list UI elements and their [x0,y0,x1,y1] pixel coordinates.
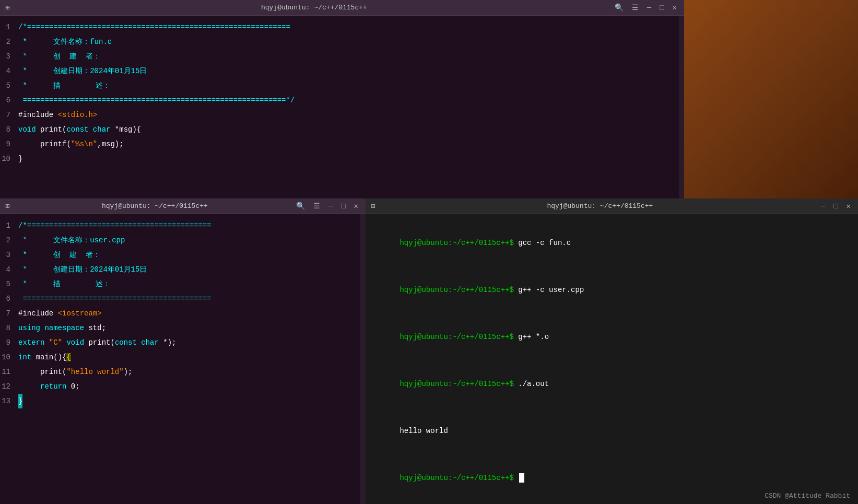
bl-code-line-2: 2 * 文件名称：user.cpp [0,233,366,248]
search-icon-top[interactable]: 🔍 [613,2,626,13]
watermark: CSDN @Attitude Rabbit [765,492,850,500]
maximize-icon-terminal[interactable]: □ [831,201,840,212]
code-line-10: 10 } [0,151,684,166]
minimize-icon-bottom-left[interactable]: ─ [326,201,335,212]
close-icon-bottom-left[interactable]: ✕ [352,201,360,212]
close-icon-terminal[interactable]: ✕ [844,201,853,212]
bl-code-line-11: 11 print("hello world"); [0,365,366,379]
code-line-8: 8 void print(const char *msg){ [0,122,684,137]
bl-scrollbar[interactable] [360,214,366,504]
bl-code-line-7: 7 #include <iostream> [0,306,366,321]
code-line-1: 1 /*====================================… [0,20,684,34]
term-line-4: hqyj@ubuntu:~/c++/0115c++$ ./a.out [373,360,850,407]
terminal-icon-top: ⊞ [5,3,16,12]
term-line-1: hqyj@ubuntu:~/c++/0115c++$ gcc -c fun.c [373,219,850,266]
top-controls[interactable]: 🔍 ☰ ─ □ ✕ [613,2,679,13]
code-line-4: 4 * 创建日期：2024年01月15日 [0,64,684,78]
bl-code-line-13: 13 } [0,394,366,408]
bl-code-line-9: 9 extern "C" void print(const char *); [0,335,366,350]
bottom-left-code-area: 1 /*====================================… [0,214,366,504]
close-icon-top[interactable]: ✕ [671,2,679,13]
bl-code-line-5: 5 * 描 述： [0,277,366,291]
bl-code-line-4: 4 * 创建日期：2024年01月15日 [0,262,366,277]
code-line-6: 6 ======================================… [0,93,684,108]
bl-code-line-10: 10 int main(){{ [0,350,366,365]
top-title: hqyj@ubuntu: ~/c++/0115c++ [16,4,613,11]
bl-code-line-1: 1 /*====================================… [0,218,366,233]
minimize-icon-top[interactable]: ─ [645,3,653,13]
terminal-title: hqyj@ubuntu: ~/c++/0115c++ [381,202,819,210]
bl-code-line-6: 6 ======================================… [0,291,366,306]
bl-code-line-12: 12 return 0; [0,379,366,394]
top-title-bar: ⊞ hqyj@ubuntu: ~/c++/0115c++ 🔍 ☰ ─ □ ✕ [0,0,684,16]
term-output-line: hello world [373,407,850,454]
code-line-3: 3 * 创 建 者： [0,49,684,64]
terminal-pane-icon: ⊞ [371,202,381,210]
term-line-2: hqyj@ubuntu:~/c++/0115c++$ g++ -c user.c… [373,266,850,313]
maximize-icon-top[interactable]: □ [657,3,666,13]
bottom-left-title-bar: ⊞ hqyj@ubuntu: ~/c++/0115c++ 🔍 ☰ ─ □ ✕ [0,198,366,214]
bl-code-line-8: 8 using namespace std; [0,321,366,335]
code-line-7: 7 #include <stdio.h> [0,108,684,122]
terminal-controls[interactable]: ─ □ ✕ [819,201,853,212]
bottom-left-title: hqyj@ubuntu: ~/c++/0115c++ [16,202,294,210]
maximize-icon-bottom-left[interactable]: □ [339,201,347,212]
terminal-pane[interactable]: ⊞ hqyj@ubuntu: ~/c++/0115c++ ─ □ ✕ hqyj@… [366,198,858,504]
bottom-left-editor-pane: ⊞ hqyj@ubuntu: ~/c++/0115c++ 🔍 ☰ ─ □ ✕ 1… [0,198,366,504]
terminal-icon-bottom-left: ⊞ [5,202,16,210]
bottom-left-controls[interactable]: 🔍 ☰ ─ □ ✕ [294,201,360,212]
terminal-cursor [519,473,524,483]
top-code-area: 1 /*====================================… [0,16,684,198]
code-line-2: 2 * 文件名称：fun.c [0,34,684,49]
term-line-3: hqyj@ubuntu:~/c++/0115c++$ g++ *.o [373,313,850,360]
code-line-9: 9 printf("%s\n",msg); [0,137,684,151]
code-line-5: 5 * 描 述： [0,78,684,93]
top-editor-pane: ⊞ hqyj@ubuntu: ~/c++/0115c++ 🔍 ☰ ─ □ ✕ 1… [0,0,684,198]
right-decoration [684,0,858,198]
terminal-content[interactable]: hqyj@ubuntu:~/c++/0115c++$ gcc -c fun.c … [366,214,858,504]
terminal-title-bar: ⊞ hqyj@ubuntu: ~/c++/0115c++ ─ □ ✕ [366,198,858,214]
minimize-icon-terminal[interactable]: ─ [819,201,827,212]
top-scrollbar[interactable] [679,16,684,198]
search-icon-bottom-left[interactable]: 🔍 [294,201,307,212]
menu-icon-top[interactable]: ☰ [630,2,641,13]
bl-code-line-3: 3 * 创 建 者： [0,248,366,262]
menu-icon-bottom-left[interactable]: ☰ [311,201,322,212]
